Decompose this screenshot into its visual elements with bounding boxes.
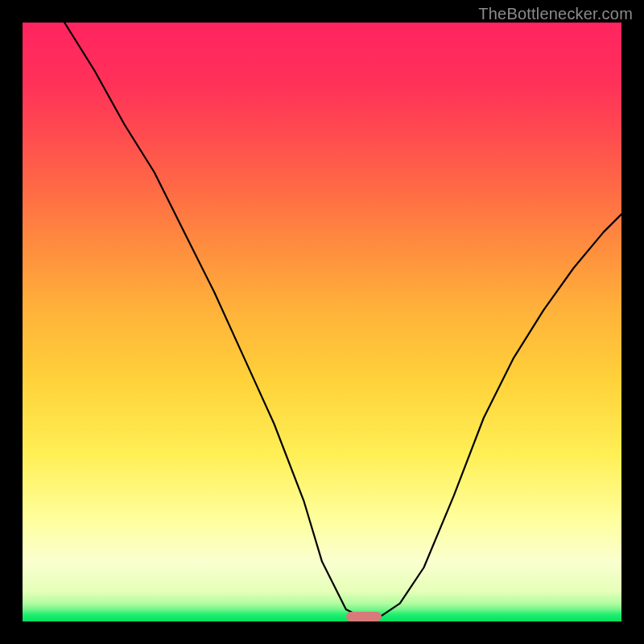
optimum-marker xyxy=(346,612,382,621)
plot-area xyxy=(23,23,621,621)
curve-path xyxy=(64,23,621,618)
watermark-text: TheBottlenecker.com xyxy=(478,5,633,23)
chart-stage: TheBottlenecker.com xyxy=(0,0,644,644)
bottleneck-curve xyxy=(23,23,621,621)
